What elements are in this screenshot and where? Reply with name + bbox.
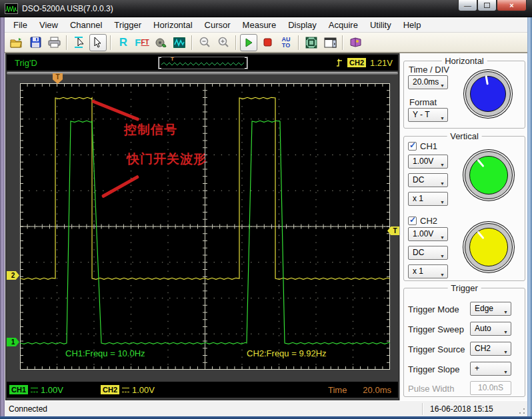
save-floppy-icon [30,37,41,48]
window-border-bottom [0,416,532,419]
ch2-enable-row: CH2 [408,216,437,226]
save-button[interactable] [27,34,44,51]
ch2-volts-per-div: 1.00V [132,385,155,395]
title-bar[interactable]: DSO-5200A USB(7.0.0.3) — × [0,0,532,17]
format-select[interactable]: Y - T [408,108,448,122]
ch1-badge[interactable]: CH1 [9,385,28,394]
ch1-coupling-select[interactable]: DC [408,173,448,187]
toolbar-separator [235,35,237,50]
ch2-volts-select[interactable]: 1.00V [408,227,448,241]
pointer-button[interactable] [89,34,107,51]
time-div-select[interactable]: 20.0ms [408,75,448,89]
ch2-enable-checkbox[interactable] [408,216,417,225]
open-folder-icon [10,37,23,48]
crosshair-cursor-icon [73,36,86,49]
help-book-button[interactable] [347,34,364,51]
menu-cursor[interactable]: Cursor [199,18,237,32]
ch2-position-knob[interactable] [465,223,513,271]
zoom-out-icon [199,37,211,49]
menu-display[interactable]: Display [282,18,323,32]
trigger-mode-select[interactable]: Edge [470,302,511,316]
menu-horizontal[interactable]: Horizontal [147,18,199,32]
stop-button[interactable] [259,34,276,51]
book-icon [349,37,362,47]
fft-button[interactable]: FFT [133,34,151,51]
ch1-enable-row: CH1 [408,141,437,151]
ch2-coupling-icon [122,388,129,392]
trigger-channel-badge: CH2 [347,58,366,67]
film-reel-icon [155,37,167,49]
r-mode-button[interactable]: R [115,34,132,51]
menu-acquire[interactable]: Acquire [323,18,364,32]
layout-icon [324,37,337,48]
panel-layout-button[interactable] [321,34,339,51]
toolbar-separator [191,35,193,50]
ch2-checkbox-label: CH2 [420,216,437,226]
r-icon: R [119,36,127,49]
fit-screen-icon [305,37,317,49]
minimize-button[interactable]: — [458,0,477,11]
ch2-probe-select[interactable]: x 1 [408,264,448,278]
trigger-group-title: Trigger [447,283,481,293]
window-border-left [0,17,5,416]
trigger-status-bar: Trig'D T CH2 1.21V [7,55,398,71]
window-border-right [527,17,532,416]
display-mode-button[interactable] [171,34,188,51]
print-button[interactable] [45,34,63,51]
annotation-control-signal: 控制信号 [124,121,177,139]
cursor-measure-button[interactable] [71,34,88,51]
waveform-preview[interactable]: T [158,57,248,69]
toolbar-separator [66,35,67,50]
ch2-badge[interactable]: CH2 [101,385,119,394]
ch1-volts-per-div: 1.00V [41,385,63,395]
ch1-enable-checkbox[interactable] [408,142,417,151]
trigger-sweep-label: Trigger Sweep [408,324,464,334]
horizontal-position-knob[interactable] [465,71,511,117]
trigger-source-label: Trigger Source [408,344,465,354]
fit-screen-button[interactable] [303,34,320,51]
ch1-knob-face [469,156,508,195]
zoom-out-button[interactable] [196,34,213,51]
menu-trigger[interactable]: Trigger [108,18,147,32]
menu-bar: File View Channel Trigger Horizontal Cur… [5,17,527,33]
start-button[interactable] [240,34,257,51]
waveform-canvas [20,83,390,370]
splitter-ridge[interactable] [7,72,398,75]
preview-bracket-left [159,57,161,69]
menu-view[interactable]: View [33,18,64,32]
ch2-coupling-select[interactable]: DC [408,246,448,260]
fft-icon: F [135,37,141,48]
format-label: Format [409,97,437,107]
maximize-button[interactable] [477,0,497,11]
ch1-position-knob[interactable] [465,151,513,199]
menu-measure[interactable]: Measure [237,18,283,32]
time-per-div-readout: Time20.0ms [328,385,391,395]
play-icon [244,38,253,47]
ch2-frequency-readout: CH2:Frequ = 9.92Hz [247,348,327,358]
zoom-in-button[interactable] [215,34,232,51]
oscilloscope-display[interactable]: 控制信号 快门开关波形 CH1:Frequ = 10.0Hz CH2:Frequ… [20,83,390,370]
close-button[interactable]: × [497,0,527,11]
pulse-width-input[interactable]: 10.0nS [470,381,511,395]
toolbar-separator [298,35,299,50]
stop-icon [263,38,272,47]
open-file-button[interactable] [8,34,25,51]
trigger-source-select[interactable]: CH2 [470,342,511,356]
annotation-shutter-waveform: 快门开关波形 [127,151,207,168]
connection-status: Connected [9,404,47,414]
menu-channel[interactable]: Channel [64,18,108,32]
menu-utility[interactable]: Utility [364,18,397,32]
autoset-button[interactable]: AUTO [277,34,295,51]
trigger-slope-select[interactable]: + [470,362,511,376]
ch1-volts-select[interactable]: 1.00V [408,155,448,169]
menu-file[interactable]: File [7,18,33,32]
waveform-screen-icon [173,37,185,48]
trigger-mode-label: Trigger Mode [408,304,459,314]
record-button[interactable] [152,34,169,51]
ch1-probe-select[interactable]: x 1 [408,192,448,206]
trigger-sweep-select[interactable]: Auto [470,322,511,336]
status-bar: Connected 16-06-2018 15:15 [5,400,527,416]
menu-help[interactable]: Help [397,18,427,32]
resize-grip[interactable] [519,408,525,414]
auto-icon: AUTO [280,37,292,49]
